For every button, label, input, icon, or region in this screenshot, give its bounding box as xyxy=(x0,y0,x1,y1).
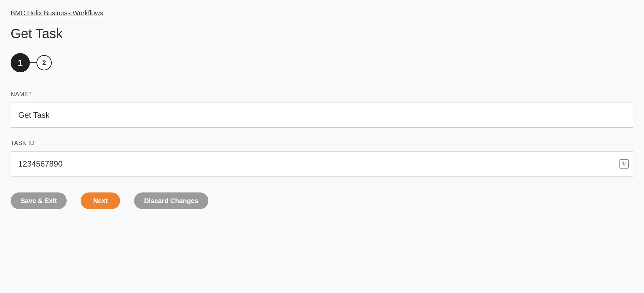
stepper: 1 2 xyxy=(11,53,633,72)
step-2[interactable]: 2 xyxy=(36,55,52,70)
variable-picker-icon[interactable]: V xyxy=(619,159,629,169)
name-input[interactable] xyxy=(11,103,633,128)
name-label: NAME* xyxy=(11,91,633,98)
step-connector xyxy=(30,62,36,63)
page-title: Get Task xyxy=(11,26,633,41)
name-label-text: NAME xyxy=(11,91,29,98)
breadcrumb-link[interactable]: BMC Helix Business Workflows xyxy=(11,9,103,17)
form-group-taskid: TASK ID V xyxy=(11,140,633,177)
required-asterisk: * xyxy=(29,91,32,98)
action-bar: Save & Exit Next Discard Changes xyxy=(11,192,633,209)
taskid-label: TASK ID xyxy=(11,140,633,147)
discard-changes-button[interactable]: Discard Changes xyxy=(134,192,208,209)
step-1[interactable]: 1 xyxy=(11,53,30,72)
taskid-input[interactable] xyxy=(11,151,633,177)
save-exit-button[interactable]: Save & Exit xyxy=(11,192,67,209)
form-group-name: NAME* xyxy=(11,91,633,128)
next-button[interactable]: Next xyxy=(81,192,120,209)
